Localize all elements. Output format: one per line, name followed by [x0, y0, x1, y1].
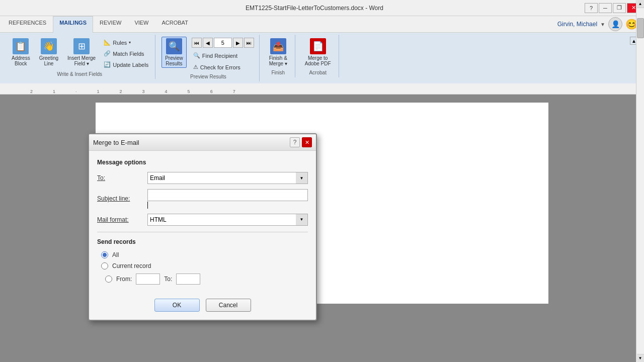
mail-format-label: Mail format:	[97, 216, 147, 223]
dialog-help-button[interactable]: ?	[290, 137, 300, 147]
to-field-wrapper: Email First Name Last Name ▼	[147, 172, 308, 184]
current-record-radio[interactable]	[101, 262, 108, 269]
message-options-section-title: Message options	[97, 159, 308, 166]
to-range-label: To:	[164, 276, 172, 283]
from-label: From:	[116, 276, 132, 283]
current-record-radio-row: Current record	[101, 262, 308, 269]
dialog-controls: ? ✕	[290, 137, 312, 147]
mail-format-row: Mail format: HTML Plain Text Attachment …	[97, 214, 308, 226]
all-label: All	[112, 251, 119, 258]
subject-line-row: Subject line:	[97, 189, 308, 209]
dialog-titlebar: Merge to E-mail ? ✕	[89, 134, 316, 151]
send-records-section-title: Send records	[97, 238, 308, 245]
subject-line-wrapper	[147, 189, 308, 209]
to-select[interactable]: Email First Name Last Name	[147, 172, 308, 184]
cancel-button[interactable]: Cancel	[206, 299, 251, 312]
dialog-close-button[interactable]: ✕	[302, 137, 312, 147]
subject-line-input[interactable]	[147, 189, 308, 201]
ok-button[interactable]: OK	[154, 299, 200, 312]
mail-format-wrapper: HTML Plain Text Attachment ▼	[147, 214, 308, 226]
all-radio-row: All	[101, 251, 308, 258]
from-input[interactable]	[136, 274, 160, 285]
mail-format-dropdown-arrow[interactable]: ▼	[296, 214, 308, 226]
dialog-overlay: Merge to E-mail ? ✕ Message options To: …	[0, 0, 644, 362]
dialog-title: Merge to E-mail	[93, 139, 139, 146]
subject-line-label: Subject line:	[97, 195, 147, 202]
to-label: To:	[97, 174, 147, 182]
from-to-row: From: To:	[101, 274, 308, 285]
dialog-body: Message options To: Email First Name Las…	[89, 151, 316, 293]
current-record-label: Current record	[112, 262, 151, 269]
to-dropdown-arrow[interactable]: ▼	[296, 172, 308, 184]
send-records-radio-group: All Current record From: To:	[97, 251, 308, 285]
mail-format-select[interactable]: HTML Plain Text Attachment	[147, 214, 308, 226]
from-to-radio[interactable]	[105, 276, 112, 283]
to-input[interactable]	[176, 274, 200, 285]
all-radio[interactable]	[101, 251, 108, 258]
dialog-footer: OK Cancel	[89, 293, 316, 320]
merge-to-email-dialog: Merge to E-mail ? ✕ Message options To: …	[88, 133, 317, 321]
section-divider	[97, 232, 308, 232]
to-field-row: To: Email First Name Last Name ▼	[97, 172, 308, 184]
text-cursor	[147, 202, 148, 209]
